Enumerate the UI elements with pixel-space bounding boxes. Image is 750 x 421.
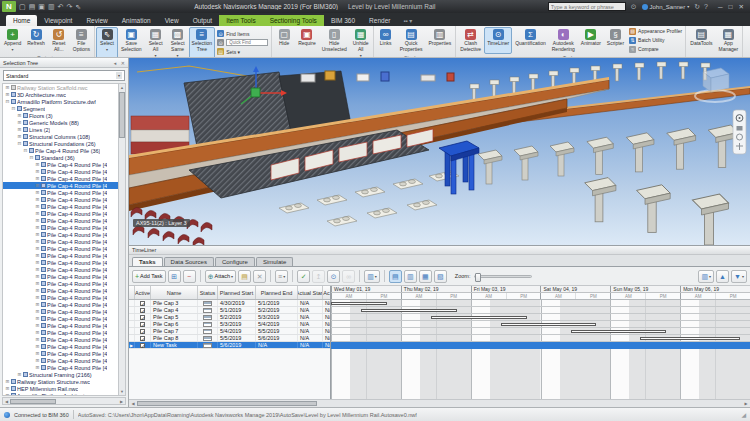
display-options-button[interactable]: ▥▾ [698, 270, 714, 283]
tree-expander-icon[interactable]: ⊞ [35, 295, 40, 300]
active-checkbox[interactable]: ✓ [140, 336, 145, 341]
column-header-status[interactable]: Status [198, 286, 218, 299]
tree-expander-icon[interactable]: ⊞ [17, 134, 22, 139]
tree-item-pile-cap-4-round-pile-4[interactable]: ⊞Pile Cap-4 Round Pile [4 [3, 308, 118, 315]
planned-end-cell[interactable]: 5/3/2019 [256, 314, 298, 320]
tree-item-pile-cap-4-round-pile-4[interactable]: ⊞Pile Cap-4 Round Pile [4 [3, 357, 118, 364]
columns-dropdown-button[interactable]: ▥▾ [364, 270, 380, 283]
tree-item-structural-foundations-26[interactable]: ⊟Structural Foundations (26) [3, 140, 118, 147]
active-checkbox[interactable]: ✓ [140, 343, 145, 348]
planned-start-cell[interactable]: 5/3/2019 [218, 321, 256, 327]
tree-item-pile-cap-4-round-pile-4[interactable]: ⊞Pile Cap-4 Round Pile [4 [3, 217, 118, 224]
scroll-up-icon[interactable]: ▲ [119, 84, 125, 91]
tree-item-pile-cap-4-round-pile-4[interactable]: ⊞Pile Cap-4 Round Pile [4 [3, 301, 118, 308]
open-icon[interactable]: ▤ [29, 1, 36, 12]
tree-expander-icon[interactable]: ⊞ [35, 232, 40, 237]
task-row-pile-cap-5[interactable]: ✓Pile Cap 55/2/20195/3/2019N/AN/A [129, 314, 330, 321]
actual-end-cell[interactable]: N/A [323, 328, 331, 334]
tree-item-pile-cap-4-round-pile-4[interactable]: ⊞Pile Cap-4 Round Pile [4 [3, 210, 118, 217]
links-button[interactable]: ∞Links [375, 27, 397, 54]
column-header-name[interactable]: Name [151, 286, 198, 299]
tree-expander-icon[interactable]: ⊞ [17, 120, 22, 125]
task-name-cell[interactable]: Pile Cap 3 [151, 300, 198, 306]
panel-close-icon[interactable]: ✕ [121, 60, 125, 66]
tree-item-pile-cap-4-round-pile-4[interactable]: ⊞Pile Cap-4 Round Pile [4 [3, 315, 118, 322]
app-manager-button[interactable]: ▦App Manager [716, 27, 742, 54]
actual-start-cell[interactable]: N/A [298, 328, 323, 334]
tab-output[interactable]: Output [186, 15, 220, 26]
tree-expander-icon[interactable]: ⊞ [35, 358, 40, 363]
tree-item-hep-millennium-rail-nwc[interactable]: ⊞HEP Millennium Rail.nwc [3, 385, 118, 392]
scroll-left-icon[interactable]: ◀ [3, 399, 10, 404]
tree-expander-icon[interactable]: ⊞ [35, 190, 40, 195]
tab-home[interactable]: Home [6, 15, 37, 26]
tree-item-pile-cap-4-round-pile-4[interactable]: ⊞Pile Cap-4 Round Pile [4 [3, 196, 118, 203]
tree-item-structural-columns-108[interactable]: ⊞Structural Columns (108) [3, 133, 118, 140]
planned-start-cell[interactable]: 5/5/2019 [218, 335, 256, 341]
ribbon-group-label[interactable] [687, 54, 741, 58]
actual-start-cell[interactable]: N/A [298, 307, 323, 313]
print-icon[interactable]: ▥ [48, 1, 55, 12]
attach-button[interactable]: ⊕Attach▾ [205, 270, 236, 283]
tree-item-pile-cap-4-round-pile-4[interactable]: ⊞Pile Cap-4 Round Pile [4 [3, 259, 118, 266]
task-name-cell[interactable]: Pile Cap 6 [151, 321, 198, 327]
tree-expander-icon[interactable]: ⊞ [35, 302, 40, 307]
tree-item-pile-cap-4-round-pile-4[interactable]: ⊞Pile Cap-4 Round Pile [4 [3, 231, 118, 238]
tree-expander-icon[interactable]: ⊞ [17, 127, 22, 132]
scroll-right-icon[interactable]: ▶ [118, 399, 125, 404]
quick-find-button[interactable]: ⊙ [217, 39, 268, 47]
gantt-task-bar[interactable] [331, 302, 387, 305]
planned-end-cell[interactable]: N/A [256, 342, 298, 348]
column-header-ac[interactable]: Ac [323, 286, 331, 299]
tree-item-pile-cap-4-round-pile-4[interactable]: ⊞Pile Cap-4 Round Pile [4 [3, 238, 118, 245]
actual-start-cell[interactable]: N/A [298, 314, 323, 320]
active-cell[interactable]: ✓ [135, 335, 151, 341]
minimize-button[interactable]: ─ [718, 3, 723, 11]
task-name-cell[interactable]: Pile Cap 7 [151, 328, 198, 334]
tree-item-pile-cap-4-round-pile-4[interactable]: ⊞Pile Cap-4 Round Pile [4 [3, 364, 118, 371]
refresh-button[interactable]: ↻Refresh [24, 27, 48, 54]
actual-end-cell[interactable]: N/A [323, 307, 331, 313]
batch-utility-button[interactable]: ⇅Batch Utility [629, 36, 682, 44]
animator-button[interactable]: ▶Animator [578, 27, 604, 54]
tree-expander-icon[interactable]: ⊞ [35, 309, 40, 314]
tree-expander-icon[interactable]: ⊞ [35, 225, 40, 230]
file-options-button[interactable]: ≡File Options [70, 27, 93, 54]
compare-button[interactable]: ≈Compare [629, 45, 682, 53]
tree-item-pile-cap-4-round-pile-36[interactable]: ⊟Pile Cap-4 Round Pile (36) [3, 147, 118, 154]
tree-expander-icon[interactable]: ⊞ [35, 267, 40, 272]
task-row-pile-cap-6[interactable]: ✓Pile Cap 65/3/20195/4/2019N/AN/A [129, 321, 330, 328]
scroll-left-icon[interactable]: ◀ [129, 401, 137, 406]
planned-start-cell[interactable]: 4/30/2019 [218, 300, 256, 306]
maximize-button[interactable]: □ [729, 3, 733, 11]
tree-item-structural-framing-2166[interactable]: ⊞Structural Framing (2166) [3, 371, 118, 378]
tree-item-pile-cap-4-round-pile-4[interactable]: ⊞Pile Cap-4 Round Pile [4 [3, 189, 118, 196]
datatools-button[interactable]: ▤DataTools [687, 27, 715, 54]
task-row-pile-cap-7[interactable]: ✓Pile Cap 75/4/20195/5/2019N/AN/A [129, 328, 330, 335]
tree-item-pile-cap-4-round-pile-4[interactable]: ⊞Pile Cap-4 Round Pile [4 [3, 245, 118, 252]
new-icon[interactable]: ▢ [19, 1, 26, 12]
tree-expander-icon[interactable]: ⊞ [35, 351, 40, 356]
gantt-view-show-button[interactable]: ▧ [434, 270, 447, 283]
tree-expander-icon[interactable]: ⊞ [35, 330, 40, 335]
tree-item-pile-cap-4-round-pile-4[interactable]: ⊞Pile Cap-4 Round Pile [4 [3, 224, 118, 231]
actual-end-cell[interactable]: N/A [323, 342, 331, 348]
add-task-button[interactable]: +Add Task [132, 270, 166, 283]
delete-task-button[interactable]: − [183, 270, 196, 283]
column-header-active[interactable]: Active [135, 286, 151, 299]
tree-expander-icon[interactable]: ⊞ [5, 379, 10, 384]
tree-item-pile-cap-4-round-pile-4[interactable]: ⊞Pile Cap-4 Round Pile [4 [3, 182, 118, 189]
gantt-view-planned-button[interactable]: ▤ [389, 270, 402, 283]
append-button[interactable]: +Append▾ [1, 27, 24, 54]
tree-item-segment[interactable]: ⊟Segment [3, 105, 118, 112]
task-row-pile-cap-8[interactable]: ✓Pile Cap 85/5/20195/6/2019N/AN/A [129, 335, 330, 342]
sync-icon[interactable]: ↻ [694, 3, 700, 11]
tree-item-pile-cap-4-round-pile-4[interactable]: ⊞Pile Cap-4 Round Pile [4 [3, 252, 118, 259]
link-button[interactable]: ∞ [342, 270, 355, 283]
panel-autohide-icon[interactable]: ◂ [114, 60, 117, 66]
gantt-task-bar[interactable] [640, 337, 739, 340]
timeliner-tab-tasks[interactable]: Tasks [132, 257, 163, 266]
actual-start-cell[interactable]: N/A [298, 335, 323, 341]
tree-expander-icon[interactable]: ⊞ [35, 197, 40, 202]
user-account-menu[interactable]: John_Sanner ▾ [642, 4, 690, 10]
